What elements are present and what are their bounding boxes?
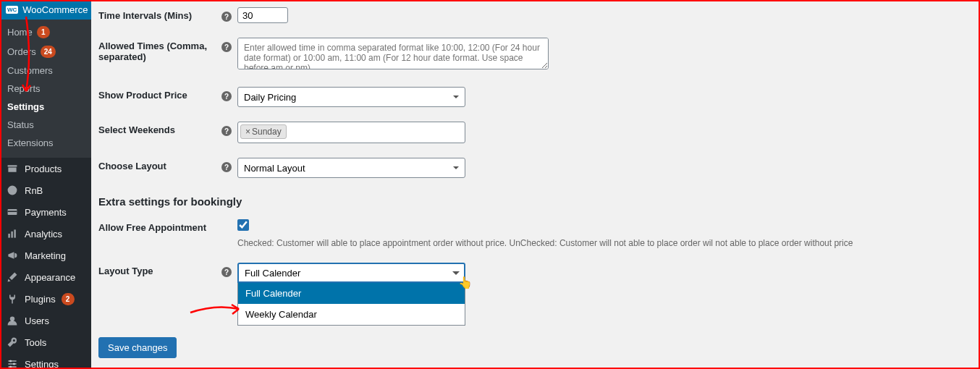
- nav-users[interactable]: Users: [0, 310, 91, 331]
- label-time-intervals: Time Intervals (Mins): [98, 7, 221, 21]
- submenu-status[interactable]: Status: [0, 116, 91, 134]
- weekends-tagbox[interactable]: ×Sunday: [237, 122, 465, 143]
- nav-plugins[interactable]: Plugins2: [0, 288, 91, 310]
- choose-layout-select[interactable]: Normal Layout: [237, 158, 465, 178]
- svg-point-10: [9, 360, 12, 362]
- option-full-calender[interactable]: Full Calender: [238, 283, 465, 304]
- woocommerce-submenu: Home1 Orders24 Customers Reports Setting…: [0, 20, 91, 158]
- badge-orders: 24: [41, 46, 56, 58]
- product-price-select[interactable]: Daily Pricing: [237, 87, 465, 107]
- sliders-icon: [6, 357, 19, 369]
- user-icon: [6, 314, 19, 327]
- tag-sunday[interactable]: ×Sunday: [240, 124, 287, 139]
- sidebar-title: WooCommerce: [22, 4, 88, 15]
- help-icon[interactable]: ?: [221, 42, 232, 52]
- nav-analytics[interactable]: Analytics: [0, 223, 91, 245]
- svg-rect-5: [14, 229, 15, 237]
- nav-rnb[interactable]: RnB: [0, 179, 91, 201]
- help-icon[interactable]: ?: [221, 162, 232, 172]
- svg-point-0: [8, 186, 17, 195]
- badge-plugins: 2: [62, 293, 75, 305]
- sidebar-head-woocommerce[interactable]: WC WooCommerce: [0, 0, 91, 20]
- nav-marketing[interactable]: Marketing: [0, 245, 91, 266]
- admin-sidebar: WC WooCommerce Home1 Orders24 Customers …: [0, 0, 91, 369]
- layout-type-dropdown: Full Calender Weekly Calendar: [237, 283, 465, 326]
- card-icon: [6, 205, 19, 219]
- rnb-icon: [6, 184, 19, 197]
- allowed-times-textarea[interactable]: [237, 38, 549, 69]
- woo-badge-icon: WC: [6, 6, 18, 14]
- section-bookingly: Extra settings for bookingly: [98, 185, 973, 212]
- nav-tools[interactable]: Tools: [0, 331, 91, 353]
- svg-rect-4: [11, 232, 12, 238]
- svg-point-12: [9, 365, 12, 368]
- svg-point-11: [13, 362, 15, 365]
- svg-rect-3: [8, 234, 9, 238]
- nav-settings[interactable]: Settings: [0, 353, 91, 369]
- label-allowed-times: Allowed Times (Comma, separated): [98, 38, 221, 62]
- wrench-icon: [6, 336, 19, 349]
- label-choose-layout: Choose Layout: [98, 158, 221, 171]
- save-changes-button[interactable]: Save changes: [98, 337, 177, 358]
- submenu-customers[interactable]: Customers: [0, 62, 91, 80]
- badge-home: 1: [37, 26, 50, 38]
- archive-icon: [6, 162, 19, 175]
- label-product-price: Show Product Price: [98, 87, 221, 101]
- help-icon[interactable]: ?: [221, 12, 232, 22]
- help-icon[interactable]: ?: [221, 267, 232, 277]
- label-layout-type: Layout Type: [98, 263, 221, 276]
- label-free-appointment: Allow Free Appointment: [98, 219, 221, 233]
- brush-icon: [6, 271, 19, 284]
- tag-remove-icon[interactable]: ×: [245, 127, 250, 137]
- plug-icon: [6, 292, 19, 305]
- submenu-orders[interactable]: Orders24: [0, 42, 91, 62]
- settings-form: Time Intervals (Mins) ? Allowed Times (C…: [91, 0, 980, 369]
- submenu-settings[interactable]: Settings: [0, 98, 91, 116]
- submenu-home[interactable]: Home1: [0, 22, 91, 42]
- nav-payments[interactable]: Payments: [0, 201, 91, 223]
- nav-products[interactable]: Products: [0, 158, 91, 179]
- nav-appearance[interactable]: Appearance: [0, 266, 91, 288]
- free-appointment-desc: Checked: Customer will able to place app…: [237, 234, 973, 248]
- megaphone-icon: [6, 249, 19, 262]
- svg-rect-2: [8, 211, 17, 212]
- submenu-extensions[interactable]: Extensions: [0, 134, 91, 152]
- help-icon[interactable]: ?: [221, 91, 232, 101]
- layout-type-selected[interactable]: Full Calender: [237, 263, 465, 283]
- chart-icon: [6, 227, 19, 240]
- label-weekends: Select Weekends: [98, 122, 221, 135]
- option-weekly-calendar[interactable]: Weekly Calendar: [238, 304, 465, 325]
- time-intervals-input[interactable]: [237, 7, 288, 23]
- free-appointment-checkbox[interactable]: [237, 219, 249, 231]
- help-icon[interactable]: ?: [221, 126, 232, 136]
- submenu-reports[interactable]: Reports: [0, 80, 91, 98]
- svg-point-6: [10, 316, 14, 321]
- layout-type-select[interactable]: Full Calender Full Calender Weekly Calen…: [237, 263, 465, 326]
